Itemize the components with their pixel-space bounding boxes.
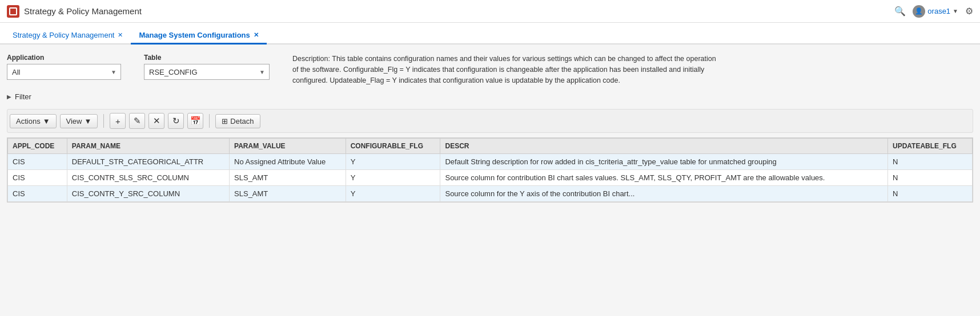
application-label: Application <box>7 54 121 62</box>
col-header-descr: DESCR <box>440 139 888 154</box>
search-icon[interactable]: 🔍 <box>894 6 906 17</box>
tab-strategy-policy-label: Strategy & Policy Management <box>13 31 114 39</box>
filter-label: Filter <box>15 92 31 101</box>
appl-code-cell: CIS <box>8 154 67 170</box>
col-header-appl-code: APPL_CODE <box>8 139 67 154</box>
param-name-cell: CIS_CONTR_SLS_SRC_COLUMN <box>67 170 229 186</box>
detach-icon: ⊞ <box>222 117 228 125</box>
top-bar-right: 🔍 👤 orase1 ▼ ⚙ <box>894 5 973 18</box>
view-button[interactable]: View ▼ <box>60 114 98 128</box>
form-area: Application All ▼ Table RSE_CONFIG ▼ Des… <box>7 54 973 86</box>
tab-manage-system-configs-close[interactable]: ✕ <box>254 31 259 39</box>
detach-button[interactable]: ⊞ Detach <box>215 114 260 128</box>
user-section[interactable]: 👤 orase1 ▼ <box>913 5 958 18</box>
calendar-icon: 📅 <box>190 116 201 126</box>
add-button[interactable]: + <box>110 113 126 129</box>
toolbar: Actions ▼ View ▼ + ✎ ✕ ↻ 📅 ⊞ Detach <box>7 109 973 133</box>
table-header-row: APPL_CODE PARAM_NAME PARAM_VALUE CONFIGU… <box>8 139 973 154</box>
col-header-updateable-flg: UPDATEABLE_FLG <box>888 139 973 154</box>
updateable-flg-cell: N <box>888 170 973 186</box>
tab-manage-system-configs[interactable]: Manage System Configurations ✕ <box>131 26 266 44</box>
user-avatar-icon: 👤 <box>915 7 923 15</box>
col-header-param-value: PARAM_VALUE <box>230 139 346 154</box>
col-header-param-name: PARAM_NAME <box>67 139 229 154</box>
configurable-flg-cell: Y <box>346 154 440 170</box>
table-row[interactable]: CISCIS_CONTR_SLS_SRC_COLUMNSLS_AMTYSourc… <box>8 170 973 186</box>
data-table: APPL_CODE PARAM_NAME PARAM_VALUE CONFIGU… <box>7 138 973 202</box>
calendar-button[interactable]: 📅 <box>187 113 203 129</box>
user-chevron-icon: ▼ <box>953 8 958 14</box>
settings-icon[interactable]: ⚙ <box>965 6 973 17</box>
filter-section[interactable]: ▶ Filter <box>7 92 973 101</box>
toolbar-separator-1 <box>103 114 104 128</box>
param-value-cell: SLS_AMT <box>230 186 346 202</box>
actions-label: Actions <box>16 117 41 125</box>
main-content: Application All ▼ Table RSE_CONFIG ▼ Des… <box>0 44 980 212</box>
table-row[interactable]: CISCIS_CONTR_Y_SRC_COLUMNSLS_AMTYSource … <box>8 186 973 202</box>
table-select[interactable]: RSE_CONFIG <box>144 64 270 80</box>
application-select[interactable]: All <box>7 64 121 80</box>
app-logo <box>7 5 19 18</box>
table-label: Table <box>144 54 270 62</box>
configurable-flg-cell: Y <box>346 186 440 202</box>
updateable-flg-cell: N <box>888 186 973 202</box>
app-title: Strategy & Policy Management <box>24 6 142 16</box>
detach-label: Detach <box>230 117 254 125</box>
table-row[interactable]: CISDEFAULT_STR_CATEGORICAL_ATTRNo Assign… <box>8 154 973 170</box>
tab-strategy-policy-close[interactable]: ✕ <box>118 31 123 39</box>
table-wrapper: APPL_CODE PARAM_NAME PARAM_VALUE CONFIGU… <box>7 137 973 202</box>
filter-expand-icon: ▶ <box>7 94 11 100</box>
appl-code-cell: CIS <box>8 170 67 186</box>
actions-button[interactable]: Actions ▼ <box>10 114 57 128</box>
table-select-wrapper: RSE_CONFIG ▼ <box>144 64 270 80</box>
top-bar-left: Strategy & Policy Management <box>7 5 142 18</box>
delete-button[interactable]: ✕ <box>148 113 164 129</box>
refresh-button[interactable]: ↻ <box>168 113 184 129</box>
descr-cell: Source column for the Y axis of the cont… <box>440 186 888 202</box>
refresh-icon: ↻ <box>172 116 180 126</box>
delete-icon: ✕ <box>153 116 160 126</box>
table-body: CISDEFAULT_STR_CATEGORICAL_ATTRNo Assign… <box>8 154 973 202</box>
application-select-wrapper: All ▼ <box>7 64 121 80</box>
edit-button[interactable]: ✎ <box>129 113 145 129</box>
tab-manage-system-configs-label: Manage System Configurations <box>139 31 250 39</box>
param-value-cell: SLS_AMT <box>230 170 346 186</box>
updateable-flg-cell: N <box>888 154 973 170</box>
view-label: View <box>66 117 82 125</box>
app-logo-inner <box>9 7 17 15</box>
application-form-group: Application All ▼ <box>7 54 121 80</box>
param-value-cell: No Assigned Attribute Value <box>230 154 346 170</box>
view-dropdown-icon: ▼ <box>84 117 91 125</box>
toolbar-separator-2 <box>209 114 210 128</box>
user-avatar: 👤 <box>913 5 925 18</box>
appl-code-cell: CIS <box>8 186 67 202</box>
descr-cell: Default String description for row added… <box>440 154 888 170</box>
top-bar: Strategy & Policy Management 🔍 👤 orase1 … <box>0 0 980 23</box>
add-icon: + <box>115 116 121 126</box>
tab-strategy-policy[interactable]: Strategy & Policy Management ✕ <box>5 26 131 44</box>
tab-bar: Strategy & Policy Management ✕ Manage Sy… <box>0 23 980 44</box>
descr-cell: Source column for contribution BI chart … <box>440 170 888 186</box>
col-header-configurable-flg: CONFIGURABLE_FLG <box>346 139 440 154</box>
edit-icon: ✎ <box>134 116 141 126</box>
configurable-flg-cell: Y <box>346 170 440 186</box>
description-box: Description: This table contains configu… <box>292 54 721 86</box>
table-form-group: Table RSE_CONFIG ▼ <box>144 54 270 80</box>
user-name: orase1 <box>927 7 950 15</box>
actions-dropdown-icon: ▼ <box>43 117 50 125</box>
table-header: APPL_CODE PARAM_NAME PARAM_VALUE CONFIGU… <box>8 139 973 154</box>
param-name-cell: CIS_CONTR_Y_SRC_COLUMN <box>67 186 229 202</box>
param-name-cell: DEFAULT_STR_CATEGORICAL_ATTR <box>67 154 229 170</box>
